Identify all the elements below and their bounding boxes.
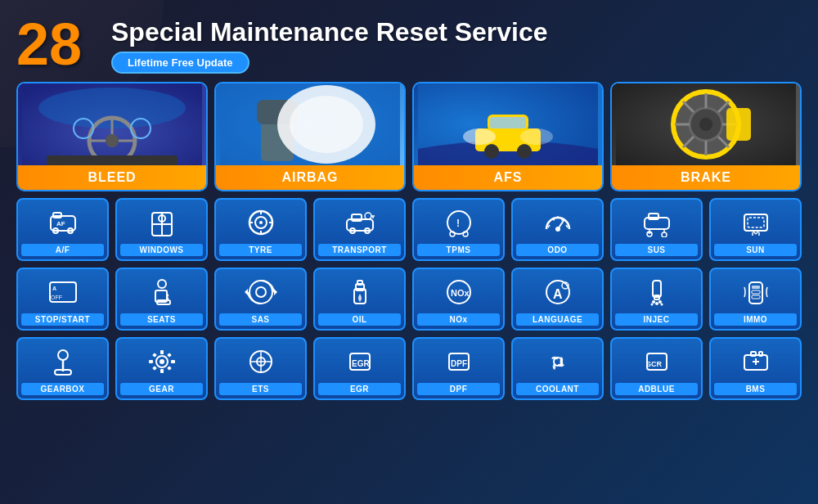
svg-point-115 [160, 359, 164, 364]
icon-card-seats[interactable]: SEATS [115, 268, 208, 331]
svg-rect-119 [171, 360, 175, 363]
icon-card-gearbox[interactable]: GEARBOX [16, 337, 109, 400]
sun-icon [739, 208, 772, 237]
icon-card-coolant[interactable]: COOLANT [511, 337, 604, 400]
brake-icon-svg [612, 83, 800, 165]
header: 28 Special Maintenance Reset Service Lif… [16, 15, 802, 74]
odo-icon-area [540, 206, 576, 239]
svg-point-75 [662, 232, 667, 237]
transport-label: TRANSPORT [318, 244, 401, 256]
oil-icon [344, 277, 376, 307]
oil-label: OIL [318, 313, 401, 326]
injec-icon-area [639, 276, 675, 308]
bleed-icon-svg [18, 83, 206, 165]
coolant-icon [542, 347, 574, 376]
icon-card-odo[interactable]: ODO [511, 198, 604, 261]
featured-card-airbag[interactable]: AIRBAG [214, 82, 406, 191]
svg-text:NOx: NOx [451, 288, 470, 298]
dpf-label: DPF [417, 383, 500, 395]
svg-text:SCR: SCR [646, 360, 663, 368]
gearbox-icon-area [45, 345, 81, 378]
bleed-image [18, 83, 206, 165]
svg-rect-123 [167, 366, 172, 371]
svg-rect-7 [47, 155, 178, 165]
gear-icon [146, 347, 178, 376]
ets-icon-area [243, 345, 279, 378]
adblue-icon-area: SCR [639, 345, 675, 378]
brake-image [612, 83, 800, 165]
icon-card-af[interactable]: AF A/F [16, 198, 109, 261]
svg-rect-109 [752, 290, 760, 294]
windows-icon-area [144, 206, 180, 239]
icon-card-transport[interactable]: TRANSPORT [313, 198, 406, 261]
svg-rect-137 [759, 352, 762, 356]
svg-point-47 [259, 221, 263, 224]
adblue-icon: SCR [640, 347, 673, 376]
icon-card-dpf[interactable]: DPF DPF [412, 337, 505, 400]
icon-card-sus[interactable]: SUS [610, 198, 703, 261]
icon-card-egr[interactable]: EGR EGR [313, 337, 406, 400]
svg-rect-136 [751, 352, 756, 356]
svg-point-21 [484, 144, 499, 159]
sun-label: SUN [714, 244, 797, 256]
sus-label: SUS [615, 244, 698, 256]
nox-icon: NOx [443, 277, 475, 307]
featured-card-bleed[interactable]: BLEED [16, 82, 208, 191]
injec-icon [640, 277, 673, 307]
tyre-icon-area [243, 206, 279, 239]
icon-grid-row1: AF A/F WINDOWS [16, 198, 802, 261]
immo-icon [739, 277, 772, 307]
stopstart-icon-area: A OFF [45, 276, 81, 308]
transport-icon [344, 208, 376, 237]
oil-icon-area [342, 276, 378, 308]
icon-card-tyre[interactable]: TYRE [214, 198, 307, 261]
page-title: Special Maintenance Reset Service [111, 18, 548, 47]
svg-text:A: A [52, 286, 56, 291]
svg-rect-108 [752, 286, 760, 289]
svg-point-102 [652, 300, 655, 304]
dpf-icon-area: DPF [441, 345, 477, 378]
icon-card-ets[interactable]: ETS [214, 337, 307, 400]
icon-card-oil[interactable]: OIL [313, 268, 406, 331]
svg-point-105 [650, 304, 653, 306]
lifetime-badge: Lifetime Free Update [111, 52, 249, 74]
service-count: 28 [16, 15, 98, 74]
svg-rect-94 [357, 281, 362, 285]
windows-icon [146, 208, 178, 237]
featured-row: BLEED [16, 82, 802, 191]
airbag-image [216, 83, 404, 165]
svg-point-19 [520, 128, 553, 145]
brake-label: BRAKE [612, 165, 800, 190]
airbag-label: AIRBAG [216, 165, 404, 190]
svg-text:OFF: OFF [51, 295, 62, 300]
afs-icon-svg [414, 83, 602, 165]
gearbox-label: GEARBOX [21, 383, 104, 395]
icon-card-sun[interactable]: SUN [709, 198, 802, 261]
featured-card-afs[interactable]: AFS [412, 82, 604, 191]
header-right: Special Maintenance Reset Service Lifeti… [111, 15, 548, 74]
svg-point-22 [517, 144, 532, 159]
icon-card-language[interactable]: A LANGUAGE [511, 268, 604, 331]
svg-line-69 [566, 225, 568, 227]
icon-card-nox[interactable]: NOx NOx [412, 268, 505, 331]
svg-rect-35 [726, 108, 751, 141]
icon-card-sas[interactable]: SAS [214, 268, 307, 331]
icon-card-bms[interactable]: BMS [709, 337, 802, 400]
icon-card-adblue[interactable]: SCR ADBLUE [610, 337, 703, 400]
icon-card-stopstart[interactable]: A OFF STOP/START [16, 268, 109, 331]
sus-icon [640, 208, 673, 237]
icon-card-windows[interactable]: WINDOWS [115, 198, 208, 261]
featured-card-brake[interactable]: BRAKE [610, 82, 802, 191]
af-icon-area: AF [45, 206, 81, 239]
svg-point-103 [655, 302, 658, 305]
icon-card-gear[interactable]: GEAR [115, 337, 208, 400]
egr-icon: EGR [344, 347, 376, 376]
icon-card-injec[interactable]: INJEC [610, 268, 703, 331]
language-icon: A [542, 277, 574, 307]
sus-icon-area [639, 206, 675, 239]
windows-label: WINDOWS [120, 244, 203, 256]
icon-card-tpms[interactable]: ! TPMS [412, 198, 505, 261]
icon-card-immo[interactable]: IMMO [709, 268, 802, 331]
svg-point-56 [365, 213, 371, 219]
svg-text:!: ! [456, 218, 460, 229]
